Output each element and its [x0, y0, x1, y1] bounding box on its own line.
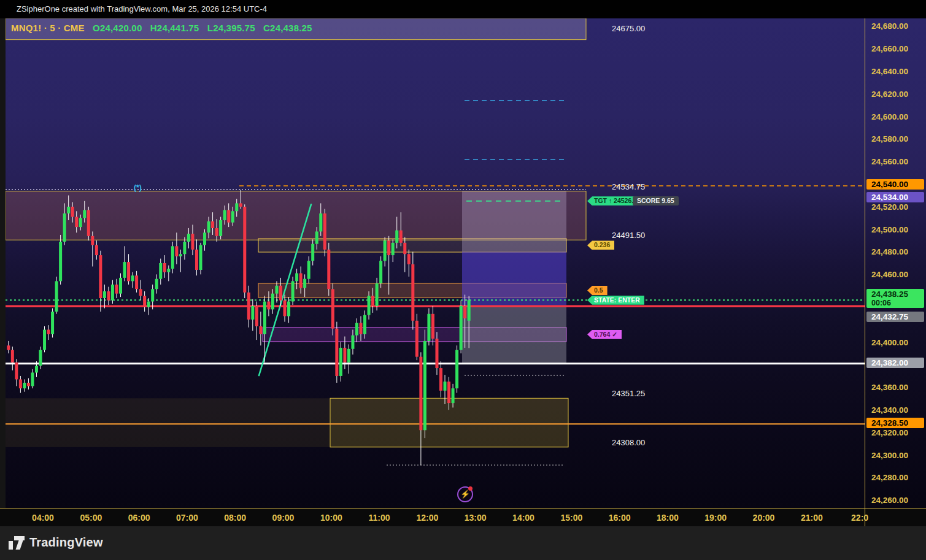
- candle[interactable]: [376, 278, 379, 310]
- candle[interactable]: [455, 345, 458, 393]
- candle[interactable]: [131, 272, 134, 288]
- candle[interactable]: [255, 302, 258, 340]
- candle-body-down: [259, 326, 262, 334]
- candle[interactable]: [427, 309, 430, 346]
- candle[interactable]: [47, 325, 50, 340]
- candle[interactable]: [287, 297, 290, 323]
- candle[interactable]: [43, 326, 46, 352]
- candle[interactable]: [111, 280, 114, 304]
- candle[interactable]: [159, 259, 162, 285]
- candle[interactable]: [87, 207, 90, 240]
- candle[interactable]: [155, 274, 158, 293]
- candle[interactable]: [23, 379, 26, 391]
- symbol-interval-exchange[interactable]: MNQ1! · 5 · CME: [11, 23, 85, 33]
- candle[interactable]: [139, 280, 142, 301]
- candle[interactable]: [183, 237, 186, 260]
- candle[interactable]: [339, 342, 342, 382]
- candle-body-up: [103, 291, 106, 298]
- setup-overlay-mid[interactable]: [462, 252, 566, 307]
- tradingview-logo[interactable]: TradingView: [9, 535, 103, 550]
- time-tick: 04:00: [32, 508, 54, 527]
- candle[interactable]: [259, 312, 262, 345]
- candle[interactable]: [327, 243, 330, 296]
- candle[interactable]: [51, 309, 54, 338]
- candle[interactable]: [423, 330, 426, 439]
- candle[interactable]: [91, 231, 94, 266]
- candle[interactable]: [119, 274, 122, 297]
- symbol-legend[interactable]: MNQ1! · 5 · CME O24,420.00 H24,441.75 L2…: [11, 23, 312, 33]
- candle[interactable]: [115, 279, 118, 298]
- price-tick: 24,580.00: [871, 134, 908, 144]
- candle[interactable]: [384, 237, 387, 267]
- candle[interactable]: [103, 285, 106, 309]
- price-tick: 24,460.00: [871, 270, 908, 279]
- candle-body-up: [251, 306, 254, 320]
- candle-body-down: [299, 274, 303, 288]
- candle[interactable]: [460, 301, 463, 353]
- candle-body-down: [343, 348, 346, 362]
- candle[interactable]: [179, 250, 182, 272]
- candle[interactable]: [307, 256, 311, 283]
- candle[interactable]: [379, 256, 382, 288]
- candle[interactable]: [407, 250, 411, 277]
- time-tick: 19:00: [704, 508, 727, 527]
- candle[interactable]: [95, 240, 98, 259]
- price-badge: 24,540.00: [866, 179, 924, 190]
- candle-body-down: [279, 286, 282, 301]
- candle[interactable]: [419, 352, 422, 465]
- time-axis[interactable]: 04:0005:0006:0007:0008:0009:0010:0011:00…: [0, 508, 926, 527]
- candle-body-up: [263, 302, 266, 334]
- replay-icon[interactable]: ⚡: [457, 486, 473, 502]
- candle[interactable]: [127, 254, 130, 285]
- candle[interactable]: [199, 243, 203, 275]
- candle[interactable]: [323, 209, 326, 256]
- candle[interactable]: [143, 291, 146, 312]
- candle-body-up: [311, 244, 314, 261]
- candle[interactable]: [415, 314, 419, 360]
- candle[interactable]: [7, 341, 10, 353]
- candle[interactable]: [331, 283, 334, 336]
- candle[interactable]: [439, 361, 442, 397]
- candle[interactable]: [15, 359, 18, 386]
- candle[interactable]: [59, 235, 62, 285]
- legend-open: O24,420.00: [93, 23, 142, 33]
- candle-body-up: [223, 210, 226, 220]
- candle-body-up: [131, 275, 134, 281]
- candle[interactable]: [27, 378, 30, 389]
- candle[interactable]: [247, 286, 250, 328]
- candle[interactable]: [243, 204, 246, 298]
- candle[interactable]: [11, 347, 14, 370]
- candle[interactable]: [167, 266, 170, 282]
- candle[interactable]: [171, 242, 174, 274]
- candle[interactable]: [347, 344, 350, 374]
- candle-body-up: [51, 312, 54, 334]
- setup-overlay-upper[interactable]: [462, 191, 566, 252]
- candle[interactable]: [251, 299, 254, 331]
- candle[interactable]: [39, 347, 42, 369]
- candle[interactable]: [99, 251, 102, 312]
- candle-body-up: [111, 285, 114, 301]
- candle[interactable]: [31, 369, 34, 388]
- candle-body-up: [307, 261, 311, 278]
- candle[interactable]: [411, 252, 414, 330]
- candle-body-down: [15, 362, 18, 380]
- setup-overlay-lower[interactable]: [462, 306, 566, 363]
- candle[interactable]: [135, 271, 138, 293]
- candle[interactable]: [55, 277, 58, 314]
- candle[interactable]: [284, 294, 287, 321]
- time-tick: 15:00: [560, 508, 582, 527]
- candle[interactable]: [163, 255, 166, 278]
- candle[interactable]: [291, 277, 295, 305]
- candle[interactable]: [195, 239, 198, 275]
- candle-body-down: [211, 221, 214, 228]
- candle[interactable]: [392, 239, 395, 262]
- candle[interactable]: [123, 246, 126, 281]
- candle[interactable]: [19, 376, 22, 393]
- candle-body-up: [468, 300, 471, 321]
- time-tick: 13:00: [465, 508, 487, 527]
- candle[interactable]: [107, 287, 110, 305]
- time-tick: 21:00: [801, 508, 823, 527]
- price-axis[interactable]: 24,680.0024,660.0024,640.0024,620.0024,6…: [865, 18, 926, 508]
- candlestick-chart[interactable]: [0, 18, 865, 508]
- candle[interactable]: [335, 322, 338, 383]
